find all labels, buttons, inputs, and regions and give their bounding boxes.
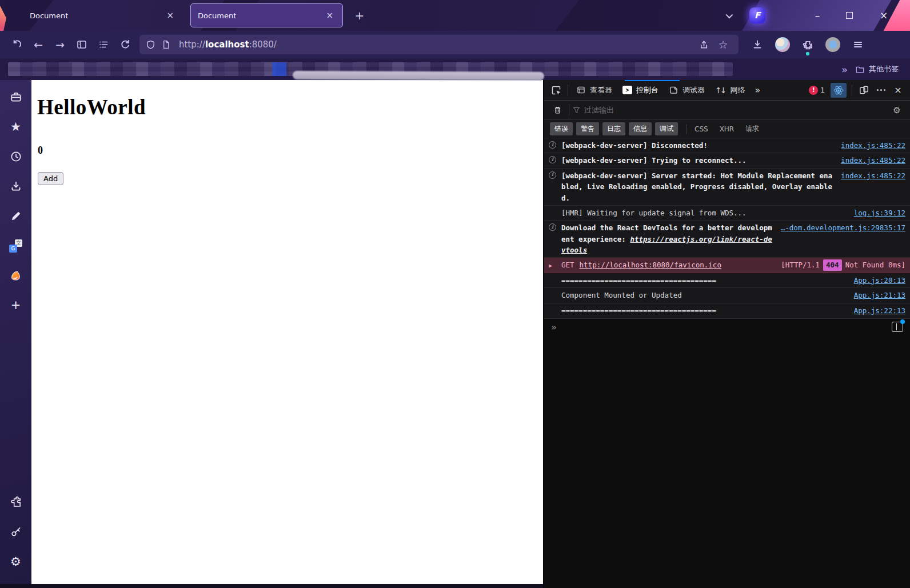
filter-xhr-button[interactable]: XHR bbox=[720, 125, 735, 133]
devtools-tab-network[interactable]: ↑↓ 网络 bbox=[710, 80, 750, 100]
notification-dot bbox=[900, 319, 905, 324]
webpanel-fox-button[interactable] bbox=[5, 264, 27, 287]
source-link[interactable]: index.js:485:22 bbox=[841, 155, 905, 166]
console-filter-buttons: 错误 警告 日志 信息 调试 CSS XHR 请求 bbox=[544, 120, 910, 138]
translate-webpanel-button[interactable]: 文 G bbox=[5, 234, 27, 257]
source-link[interactable]: …-dom.development.js:29835:17 bbox=[781, 222, 905, 233]
shield-icon[interactable] bbox=[145, 39, 156, 50]
titlebar: Document × Document × + F – × bbox=[0, 0, 910, 31]
history-sidebar-button[interactable] bbox=[5, 145, 27, 168]
devtools-close-button[interactable]: × bbox=[889, 82, 907, 98]
page-info-button[interactable] bbox=[156, 34, 175, 55]
new-tab-button[interactable]: + bbox=[351, 7, 368, 24]
other-bookmarks-button[interactable]: 其他书签 bbox=[855, 64, 899, 74]
translate-icon: 文 G bbox=[9, 239, 22, 253]
pick-element-button[interactable] bbox=[548, 82, 565, 98]
tab-list-dropdown-button[interactable] bbox=[719, 8, 737, 23]
reload-button[interactable] bbox=[114, 34, 136, 55]
filter-requests-button[interactable]: 请求 bbox=[745, 124, 759, 134]
notes-sidebar-button[interactable] bbox=[5, 205, 27, 227]
filter-errors-button[interactable]: 错误 bbox=[550, 122, 573, 135]
tab-document-2-active[interactable]: Document × bbox=[190, 3, 343, 27]
devtools-more-options-button[interactable] bbox=[872, 82, 889, 98]
sidebar-settings-button[interactable]: ⚙ bbox=[5, 550, 27, 573]
bookmark-page-button[interactable]: ☆ bbox=[713, 34, 733, 55]
undo-button[interactable] bbox=[6, 34, 27, 55]
back-button[interactable]: ← bbox=[27, 34, 49, 55]
react-devtools-button[interactable] bbox=[831, 83, 847, 98]
page-icon bbox=[161, 39, 171, 50]
tab-document-1[interactable]: Document × bbox=[23, 5, 183, 26]
console-settings-button[interactable]: ⚙ bbox=[888, 102, 905, 118]
responsive-design-mode-button[interactable] bbox=[855, 82, 872, 98]
downloads-sidebar-button[interactable] bbox=[5, 175, 27, 198]
fox-flame-icon bbox=[9, 269, 22, 282]
share-button[interactable] bbox=[694, 34, 713, 55]
url-host: localhost bbox=[205, 39, 249, 50]
download-icon bbox=[752, 39, 763, 50]
network-error-row[interactable]: ▶ GET http://localhost:8080/favicon.ico … bbox=[544, 258, 910, 273]
separator bbox=[568, 85, 568, 96]
passwords-button[interactable] bbox=[5, 521, 27, 543]
folder-icon bbox=[855, 65, 865, 74]
add-webpanel-button[interactable]: + bbox=[5, 294, 27, 317]
account-button[interactable] bbox=[822, 34, 844, 55]
tab-title: Document bbox=[198, 11, 236, 20]
window-bottom-edge bbox=[0, 584, 543, 588]
close-window-button[interactable]: × bbox=[868, 0, 900, 31]
devtools-tab-console[interactable]: > 控制台 bbox=[617, 80, 664, 100]
puzzle-icon bbox=[802, 39, 814, 51]
filter-info-button[interactable]: 信息 bbox=[629, 122, 652, 135]
downloads-button[interactable] bbox=[747, 34, 768, 55]
split-console-button[interactable] bbox=[892, 322, 903, 332]
sidebar-toggle-button[interactable] bbox=[71, 34, 93, 55]
separator bbox=[852, 85, 852, 96]
error-count-indicator[interactable]: ! 1 bbox=[805, 86, 828, 95]
app-menu-button[interactable] bbox=[847, 34, 869, 55]
tab-close-icon[interactable]: × bbox=[164, 10, 176, 21]
console-input-row[interactable]: » bbox=[544, 318, 910, 335]
devtools-tab-inspector[interactable]: 查看器 bbox=[571, 80, 617, 100]
source-link[interactable]: App.js:20:13 bbox=[854, 275, 905, 286]
bookmarks-overflow-button[interactable]: » bbox=[841, 63, 848, 75]
source-link[interactable]: App.js:21:13 bbox=[854, 290, 905, 301]
source-link[interactable]: log.js:39:12 bbox=[854, 207, 905, 218]
censored-smear bbox=[293, 71, 544, 81]
source-link[interactable]: App.js:22:13 bbox=[854, 305, 905, 316]
add-button[interactable]: Add bbox=[38, 172, 63, 185]
responsive-mode-icon bbox=[859, 85, 869, 95]
list-icon bbox=[98, 39, 109, 50]
devtools-tabs-overflow-button[interactable]: » bbox=[750, 85, 765, 95]
devtools-tab-debugger[interactable]: 调试器 bbox=[664, 80, 710, 100]
theme-accent-left bbox=[0, 2, 6, 31]
bookmarks-sidebar-button[interactable]: ★ bbox=[5, 115, 27, 138]
maximize-button[interactable] bbox=[833, 0, 865, 31]
forward-button[interactable]: → bbox=[49, 34, 71, 55]
reader-list-button[interactable] bbox=[93, 34, 114, 55]
message-text: [webpack-dev-server] Trying to reconnect… bbox=[561, 155, 835, 166]
clear-console-button[interactable] bbox=[549, 102, 566, 118]
extension-notification-dot bbox=[806, 52, 809, 55]
console-message-row: i [webpack-dev-server] Server started: H… bbox=[544, 169, 910, 206]
extensions-button[interactable] bbox=[797, 34, 819, 55]
filter-debug-button[interactable]: 调试 bbox=[655, 122, 678, 135]
filter-css-button[interactable]: CSS bbox=[695, 125, 708, 133]
message-text: Download the React DevTools for a better… bbox=[561, 222, 775, 255]
source-link[interactable]: index.js:485:22 bbox=[841, 170, 905, 181]
source-link[interactable]: index.js:485:22 bbox=[841, 140, 905, 151]
tab-close-icon[interactable]: × bbox=[324, 10, 336, 21]
profile-avatar-button[interactable] bbox=[772, 34, 793, 55]
react-atom-icon bbox=[833, 85, 844, 96]
request-url-link[interactable]: http://localhost:8080/favicon.ico bbox=[580, 259, 721, 270]
url-bar[interactable]: http://localhost:8080/ ☆ bbox=[139, 35, 739, 54]
filter-logs-button[interactable]: 日志 bbox=[602, 122, 625, 135]
filter-warnings-button[interactable]: 警告 bbox=[576, 122, 599, 135]
filter-output-input[interactable] bbox=[584, 106, 888, 114]
devtools-panel: 查看器 > 控制台 调试器 ↑↓ 网络 » ! 1 bbox=[543, 80, 910, 588]
minimize-button[interactable]: – bbox=[801, 0, 833, 31]
browser-manager-button[interactable] bbox=[5, 86, 27, 109]
url-text[interactable]: http://localhost:8080/ bbox=[179, 39, 694, 50]
expand-caret-icon[interactable]: ▶ bbox=[549, 259, 561, 270]
tab-label: 查看器 bbox=[590, 85, 612, 95]
sidebar-addons-button[interactable] bbox=[5, 491, 27, 514]
